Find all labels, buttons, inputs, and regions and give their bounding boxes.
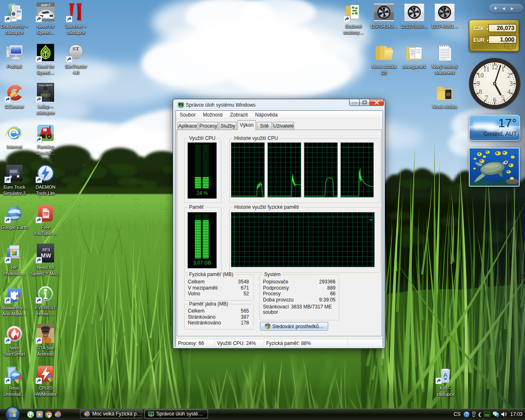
svg-text:9: 9 (477, 80, 480, 87)
svg-text:CALL·DUTY: CALL·DUTY (39, 84, 52, 87)
svg-text:MW: MW (41, 252, 52, 259)
svg-text:2: 2 (507, 72, 511, 79)
svg-text:4: 4 (507, 88, 511, 96)
svg-text:MW3: MW3 (41, 93, 50, 98)
svg-text:NFS: NFS (41, 247, 50, 252)
svg-text:7: 7 (485, 94, 488, 102)
svg-text:5: 5 (501, 94, 504, 102)
svg-text:1: 1 (501, 66, 504, 73)
svg-text:8: 8 (479, 88, 482, 96)
svg-text:?: ? (465, 412, 468, 417)
svg-text:SHIFT: SHIFT (41, 3, 50, 7)
svg-text:ST: ST (73, 46, 79, 52)
svg-text:MP3: MP3 (43, 213, 48, 215)
svg-text:3: 3 (509, 80, 513, 87)
svg-text:11: 11 (483, 66, 490, 73)
svg-text:6: 6 (493, 96, 496, 104)
svg-text:10: 10 (477, 72, 484, 79)
svg-text:12: 12 (491, 64, 498, 71)
